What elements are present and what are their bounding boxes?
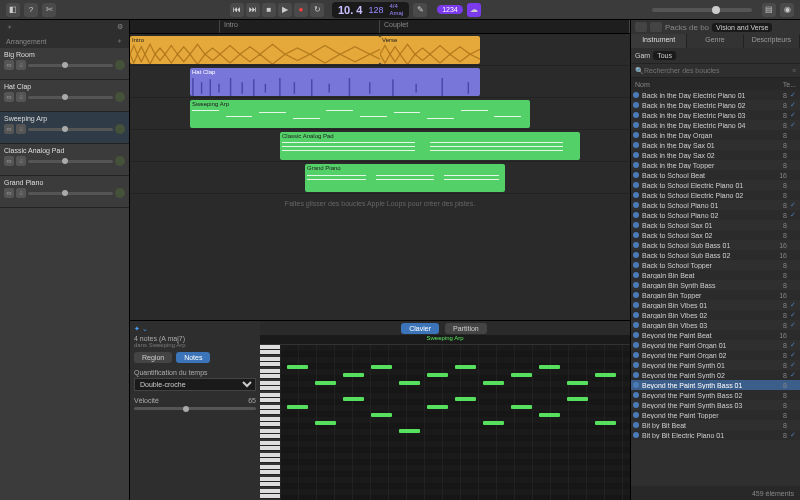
loop-row[interactable]: Bargain Bin Beat8 [631,270,800,280]
loop-row[interactable]: Bargain Bin Vibes 028✓ [631,310,800,320]
master-fx-button[interactable]: ☁ [467,3,481,17]
volume-fader[interactable] [28,128,113,131]
browser-tab-instrument[interactable]: Instrument [631,34,687,48]
loop-row[interactable]: Back to School Sub Bass 0216 [631,250,800,260]
volume-fader[interactable] [28,64,113,67]
favorite-check-icon[interactable]: ✓ [790,111,798,119]
track-header[interactable]: Hat Clapm♫ [0,80,129,112]
loop-row[interactable]: Bit by Bit Beat8 [631,420,800,430]
favorite-check-icon[interactable]: ✓ [790,91,798,99]
favorite-check-icon[interactable]: ✓ [790,211,798,219]
favorite-check-icon[interactable]: ✓ [790,341,798,349]
headphone-button[interactable]: ♫ [16,124,26,134]
midi-region-arp[interactable]: Sweeping Arp [190,100,530,128]
loop-row[interactable]: Bit by Bit Electric Piano 018✓ [631,430,800,440]
favorite-check-icon[interactable]: ✓ [790,301,798,309]
record-button[interactable]: ● [294,3,308,17]
piano-roll[interactable]: Clavier Partition Sweeping Arp [260,321,630,500]
loop-row[interactable]: Back in the Day Electric Piano 028✓ [631,100,800,110]
mute-button[interactable]: m [4,188,14,198]
loop-row[interactable]: Bargain Bin Synth Bass8 [631,280,800,290]
track-header[interactable]: Big Roomm♫ [0,48,129,80]
pan-knob[interactable] [115,156,125,166]
volume-fader[interactable] [28,192,113,195]
midi-region-pad[interactable]: Classic Analog Pad [280,132,580,160]
view-tab-partition[interactable]: Partition [445,323,487,334]
lcd-display[interactable]: 10. 4 128 4/4 Amaj [332,2,409,18]
loop-row[interactable]: Beyond the Paint Beat16 [631,330,800,340]
inspector-tab-region[interactable]: Region [134,352,172,363]
editor-ruler[interactable]: Sweeping Arp [260,335,630,345]
loop-row[interactable]: Back in the Day Electric Piano 018✓ [631,90,800,100]
loop-list[interactable]: Back in the Day Electric Piano 018✓Back … [631,90,800,486]
col-beats[interactable]: Te... [783,81,796,88]
loop-browser-button[interactable]: ◉ [780,3,794,17]
scissors-button[interactable]: ✄ [42,3,56,17]
loop-row[interactable]: Back to School Sax 018 [631,220,800,230]
tuner-button[interactable]: ✎ [413,3,427,17]
loop-row[interactable]: Beyond the Paint Synth 018✓ [631,360,800,370]
loop-row[interactable]: Beyond the Paint Organ 028✓ [631,350,800,360]
mute-button[interactable]: m [4,156,14,166]
pan-knob[interactable] [115,188,125,198]
track-header[interactable]: Classic Analog Padm♫ [0,144,129,176]
search-menu-icon[interactable]: ≡ [792,67,796,74]
favorite-check-icon[interactable]: ✓ [790,321,798,329]
notepad-button[interactable]: ▤ [762,3,776,17]
loop-row[interactable]: Beyond the Paint Synth Bass 018 [631,380,800,390]
loop-row[interactable]: Back in the Day Sax 028 [631,150,800,160]
midi-region-piano[interactable]: Grand Piano [305,164,505,192]
loop-row[interactable]: Beyond the Paint Synth Bass 038 [631,400,800,410]
timeline-ruler[interactable]: Intro Couplet [130,20,630,34]
loop-row[interactable]: Back in the Day Electric Piano 038✓ [631,110,800,120]
loop-view-icon[interactable] [650,22,662,32]
master-volume-slider[interactable] [652,8,752,12]
forward-button[interactable]: ⏭ [246,3,260,17]
loop-row[interactable]: Back in the Day Organ8 [631,130,800,140]
pan-knob[interactable] [115,124,125,134]
mute-button[interactable]: m [4,92,14,102]
loop-filter-icon[interactable] [635,22,647,32]
note-grid[interactable] [280,345,630,500]
loop-row[interactable]: Beyond the Paint Topper8 [631,410,800,420]
arrangement-marker-intro[interactable]: Intro [220,20,380,33]
favorite-check-icon[interactable]: ✓ [790,371,798,379]
browser-tab-descriptors[interactable]: Descripteurs [744,34,800,48]
arrangement-add-button[interactable]: ＋ [116,36,123,46]
loop-row[interactable]: Bargain Bin Vibes 038✓ [631,320,800,330]
browser-tab-genre[interactable]: Genre [687,34,743,48]
favorite-check-icon[interactable]: ✓ [790,311,798,319]
loop-row[interactable]: Beyond the Paint Organ 018✓ [631,340,800,350]
loop-row[interactable]: Back to School Electric Piano 018 [631,180,800,190]
inspector-wand-icon[interactable]: ✦ ⌄ [134,325,256,333]
stop-button[interactable]: ■ [262,3,276,17]
favorite-check-icon[interactable]: ✓ [790,431,798,439]
loop-row[interactable]: Back to School Electric Piano 028 [631,190,800,200]
quantize-select[interactable]: Double-croche [134,378,256,391]
favorite-check-icon[interactable]: ✓ [790,201,798,209]
cycle-button[interactable]: ↻ [310,3,324,17]
volume-fader[interactable] [28,160,113,163]
audio-region-verse[interactable]: Verse [380,36,480,64]
scale-select[interactable]: Tous [653,51,676,60]
loop-row[interactable]: Back in the Day Topper8 [631,160,800,170]
mute-button[interactable]: m [4,60,14,70]
play-button[interactable]: ▶ [278,3,292,17]
velocity-slider[interactable] [134,407,256,410]
rewind-button[interactable]: ⏮ [230,3,244,17]
favorite-check-icon[interactable]: ✓ [790,361,798,369]
piano-keys[interactable] [260,345,280,500]
headphone-button[interactable]: ♫ [16,156,26,166]
loop-row[interactable]: Back to School Piano 028✓ [631,210,800,220]
quick-help-button[interactable]: ? [24,3,38,17]
track-header[interactable]: Grand Pianom♫ [0,176,129,208]
col-name[interactable]: Nom [635,81,650,88]
favorite-check-icon[interactable]: ✓ [790,121,798,129]
pan-knob[interactable] [115,60,125,70]
arrangement-marker-couplet[interactable]: Couplet [380,20,630,33]
loop-row[interactable]: Back in the Day Sax 018 [631,140,800,150]
loop-row[interactable]: Bargain Bin Topper16 [631,290,800,300]
count-in-badge[interactable]: 1234 [437,5,463,14]
headphone-button[interactable]: ♫ [16,92,26,102]
view-tab-clavier[interactable]: Clavier [401,323,439,334]
